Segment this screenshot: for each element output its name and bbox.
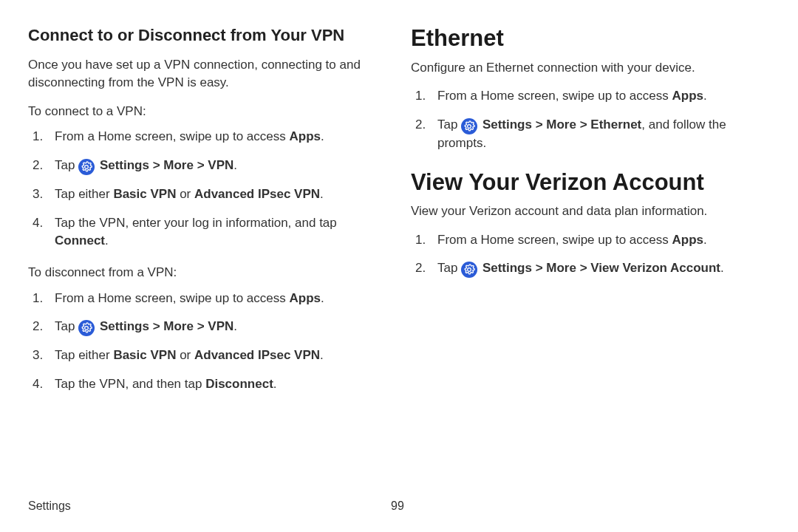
separator: >: [149, 319, 163, 333]
list-item: Tap Settings > More > VPN.: [28, 318, 384, 336]
settings-label: Settings: [482, 261, 532, 275]
step-text: .: [321, 129, 324, 143]
step-text: .: [233, 158, 237, 172]
vpn-intro-text: Once you have set up a VPN connection, c…: [28, 56, 384, 92]
basic-vpn-label: Basic VPN: [113, 348, 176, 362]
step-text: .: [105, 233, 109, 248]
settings-icon: [461, 262, 477, 278]
ethernet-intro-text: Configure an Ethernet connection with yo…: [411, 59, 767, 78]
advanced-ipsec-label: Advanced IPsec VPN: [194, 187, 320, 201]
ethernet-steps-list: From a Home screen, swipe up to access A…: [411, 87, 767, 152]
page-number: 99: [391, 499, 404, 513]
vpn-section-heading: Connect to or Disconnect from Your VPN: [28, 25, 384, 46]
settings-icon: [461, 118, 477, 134]
settings-label: Settings: [100, 158, 149, 172]
left-column: Connect to or Disconnect from Your VPN O…: [28, 25, 384, 407]
step-text: From a Home screen, swipe up to access: [55, 129, 289, 143]
list-item: From a Home screen, swipe up to access A…: [411, 87, 767, 106]
separator: >: [194, 158, 208, 172]
verizon-heading: View Your Verizon Account: [411, 169, 767, 196]
list-item: Tap either Basic VPN or Advanced IPsec V…: [28, 347, 384, 365]
connect-label: To connect to a VPN:: [28, 103, 384, 121]
more-label: More: [163, 158, 194, 172]
step-text: Tap: [55, 158, 78, 172]
basic-vpn-label: Basic VPN: [113, 187, 176, 201]
separator: >: [194, 319, 208, 333]
step-text: .: [703, 233, 707, 247]
content-columns: Connect to or Disconnect from Your VPN O…: [28, 25, 767, 407]
step-text: .: [233, 319, 237, 333]
settings-icon: [78, 320, 95, 336]
connect-steps-list: From a Home screen, swipe up to access A…: [28, 128, 384, 250]
verizon-steps-list: From a Home screen, swipe up to access A…: [411, 231, 767, 279]
step-text: Tap either: [55, 348, 113, 362]
footer-section-label: Settings: [28, 499, 71, 513]
step-text: Tap: [437, 261, 461, 275]
settings-icon: [78, 159, 95, 175]
more-label: More: [546, 261, 576, 275]
step-text: .: [720, 261, 724, 275]
separator: >: [532, 261, 546, 275]
list-item: Tap the VPN, and then tap Disconnect.: [28, 375, 384, 394]
step-text: Tap the VPN, enter your log in informati…: [55, 216, 337, 230]
disconnect-label-bold: Disconnect: [205, 377, 273, 391]
disconnect-steps-list: From a Home screen, swipe up to access A…: [28, 290, 384, 394]
ethernet-heading: Ethernet: [411, 25, 767, 52]
step-text: .: [703, 89, 707, 103]
vpn-label: VPN: [208, 158, 233, 172]
separator: >: [532, 117, 546, 132]
step-text: Tap either: [55, 187, 113, 201]
step-text: or: [176, 187, 194, 201]
step-text: Tap: [437, 117, 461, 132]
page-footer: Settings 99: [28, 499, 767, 513]
apps-label: Apps: [672, 89, 703, 103]
step-text: From a Home screen, swipe up to access: [55, 291, 289, 305]
step-text: From a Home screen, swipe up to access: [437, 89, 672, 103]
list-item: Tap either Basic VPN or Advanced IPsec V…: [28, 185, 384, 204]
list-item: Tap Settings > More > VPN.: [28, 157, 384, 175]
settings-label: Settings: [100, 319, 149, 333]
list-item: Tap Settings > More > View Verizon Accou…: [411, 259, 767, 278]
apps-label: Apps: [672, 233, 703, 247]
list-item: Tap the VPN, enter your log in informati…: [28, 214, 384, 250]
step-text: .: [273, 377, 277, 391]
step-text: .: [320, 348, 324, 362]
verizon-intro-text: View your Verizon account and data plan …: [411, 202, 767, 221]
step-text: Tap: [55, 319, 78, 333]
separator: >: [576, 117, 590, 132]
step-text: Tap the VPN, and then tap: [55, 377, 205, 391]
vpn-label: VPN: [208, 319, 233, 333]
list-item: Tap Settings > More > Ethernet, and foll…: [411, 116, 767, 153]
more-label: More: [163, 319, 194, 333]
step-text: .: [321, 291, 324, 305]
apps-label: Apps: [289, 291, 321, 305]
ethernet-label: Ethernet: [590, 117, 641, 132]
separator: >: [149, 158, 163, 172]
view-verizon-label: View Verizon Account: [590, 261, 720, 275]
list-item: From a Home screen, swipe up to access A…: [411, 231, 767, 250]
step-text: From a Home screen, swipe up to access: [437, 233, 672, 247]
more-label: More: [546, 117, 576, 132]
connect-label-bold: Connect: [55, 233, 105, 248]
separator: >: [576, 261, 590, 275]
step-text: .: [320, 187, 324, 201]
apps-label: Apps: [289, 129, 321, 143]
advanced-ipsec-label: Advanced IPsec VPN: [194, 348, 320, 362]
list-item: From a Home screen, swipe up to access A…: [28, 290, 384, 308]
list-item: From a Home screen, swipe up to access A…: [28, 128, 384, 146]
disconnect-label: To disconnect from a VPN:: [28, 264, 384, 282]
right-column: Ethernet Configure an Ethernet connectio…: [411, 25, 767, 407]
step-text: or: [176, 348, 194, 362]
settings-label: Settings: [482, 117, 532, 132]
